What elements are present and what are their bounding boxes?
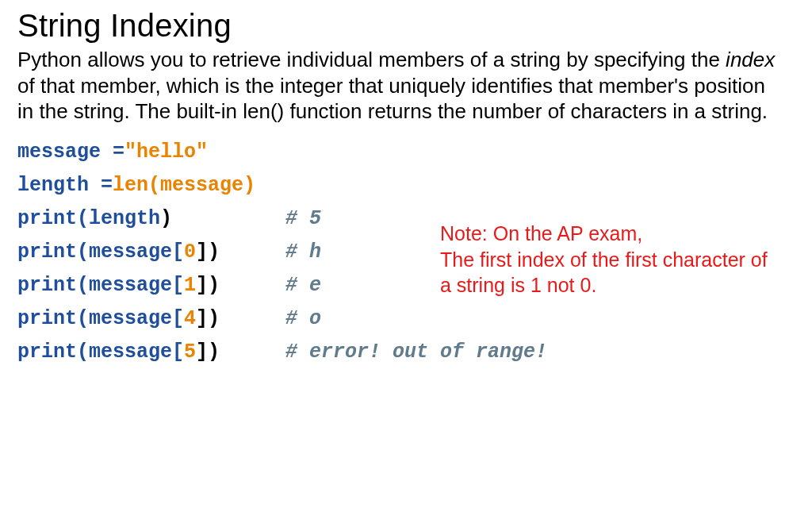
intro-paragraph: Python allows you to retrieve individual… — [17, 47, 787, 125]
code-token: ]) — [196, 342, 220, 362]
code-comment: # error! out of range! — [285, 342, 547, 362]
code-token: len(message) — [113, 175, 255, 195]
code-token: "hello" — [124, 142, 208, 162]
code-token: ) — [160, 209, 172, 229]
code-token: 1 — [184, 275, 196, 295]
code-token: print(length — [17, 209, 160, 229]
code-token: ]) — [196, 309, 220, 329]
code-token: length = — [17, 175, 113, 195]
code-token: 0 — [184, 242, 196, 262]
code-line-2: length = len(message) — [17, 169, 796, 202]
para-part1: Python allows you to retrieve individual… — [17, 48, 726, 71]
code-token: print(message[ — [17, 342, 184, 362]
code-token: ]) — [196, 275, 220, 295]
para-part2: of that member, which is the integer tha… — [17, 74, 768, 124]
note-line-1: Note: On the AP exam, — [440, 221, 773, 247]
ap-exam-note: Note: On the AP exam, The first index of… — [440, 221, 773, 298]
page-title: String Indexing — [17, 8, 796, 44]
code-token: print(message[ — [17, 242, 184, 262]
code-token: print(message[ — [17, 309, 184, 329]
code-token: 4 — [184, 309, 196, 329]
code-comment: # o — [285, 309, 321, 329]
para-italic: index — [726, 48, 775, 71]
code-line-1: message = "hello" — [17, 136, 796, 169]
code-comment: # h — [285, 242, 321, 262]
code-token: print(message[ — [17, 275, 184, 295]
code-line-7: print(message[5]) # error! out of range! — [17, 336, 796, 369]
code-line-6: print(message[4]) # o — [17, 302, 796, 336]
code-token: message = — [17, 142, 124, 162]
code-token: 5 — [184, 342, 196, 362]
slide: String Indexing Python allows you to ret… — [0, 0, 812, 385]
note-line-2: The first index of the first character o… — [440, 247, 773, 298]
code-comment: # 5 — [285, 209, 321, 229]
code-comment: # e — [285, 275, 321, 295]
code-token: ]) — [196, 242, 220, 262]
